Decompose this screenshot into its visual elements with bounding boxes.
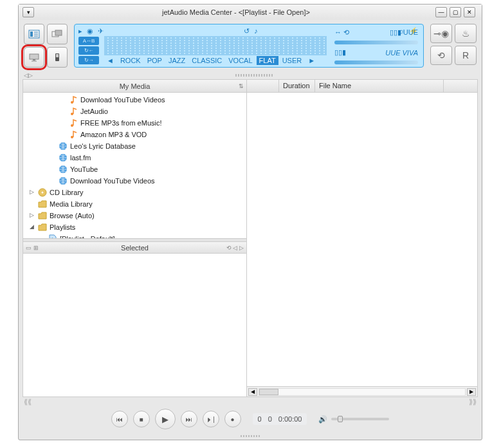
eq-preset[interactable]: ► xyxy=(305,56,318,65)
stop-button[interactable]: ■ xyxy=(133,411,150,427)
time-counter: 0 0 0:00:00 xyxy=(253,413,307,425)
tree-item-label: Media Library xyxy=(50,200,93,208)
right-pane: DurationFile Name ◀ ▶ xyxy=(247,80,477,397)
tree-item[interactable]: ◢Playlists xyxy=(23,221,246,233)
tree-item[interactable]: [Playlist - Default] xyxy=(23,233,246,238)
slider2-label: UUE VIVA xyxy=(385,49,418,57)
tree-item-label: Leo's Lyric Database xyxy=(70,142,136,150)
tree-item[interactable]: FREE MP3s from eMusic! xyxy=(23,117,246,129)
slider1-icons: ↔ ⟲ xyxy=(334,28,349,37)
track-index: 0 xyxy=(258,415,262,423)
sort-arrows-icon[interactable]: ⇅ xyxy=(239,83,244,89)
prev-button[interactable]: ⏮ xyxy=(111,411,128,427)
action-button-grid: ⊸◉ ♨ ⟲ R xyxy=(430,24,477,68)
eq-preset[interactable]: ROCK xyxy=(118,56,143,65)
slider2-track[interactable] xyxy=(334,61,418,64)
slider2-icons: ▯▯▮ xyxy=(334,48,346,57)
my-media-header[interactable]: My Media ⇅ xyxy=(23,80,246,93)
eq-preset[interactable]: POP xyxy=(145,56,165,65)
eq-preset[interactable]: USER xyxy=(280,56,305,65)
svg-rect-7 xyxy=(30,54,39,59)
menu-button[interactable]: ▾ xyxy=(23,7,34,17)
playlist-body[interactable] xyxy=(247,93,477,386)
drag-handle-row[interactable]: ◁▷ xyxy=(19,71,482,79)
tree-item-label: FREE MP3s from eMusic! xyxy=(80,119,162,127)
column-header[interactable]: File Name xyxy=(315,80,444,92)
action-btn-3[interactable]: ⟲ xyxy=(430,46,452,65)
selected-header: ▭ ⊞ Selected ⟲ ◁ ▷ xyxy=(23,242,246,254)
volume-control: 🔊 xyxy=(318,415,389,424)
column-header[interactable] xyxy=(247,80,279,92)
media-tree[interactable]: Download YouTube VideosJetAudioFREE MP3s… xyxy=(23,93,246,238)
eq-preset[interactable]: VOCAL xyxy=(226,56,255,65)
display-icons-left: ▸ ◉ ✈ xyxy=(78,27,105,35)
nav-icons[interactable]: ⟲ ◁ ▷ xyxy=(226,245,244,251)
slider1-track[interactable] xyxy=(334,41,418,44)
time-display: 0:00:00 xyxy=(278,415,302,423)
expand-toggle xyxy=(28,201,35,208)
toolbar: ▸ ◉ ✈ ↺ ♪ ☼ ⚡ A↔B ↻← ↻→ ◄ROCKPOPJAZZCLAS… xyxy=(19,20,482,71)
tree-item[interactable]: Download YouTube Videos xyxy=(23,175,246,187)
repeat-back-button[interactable]: ↻← xyxy=(78,46,99,55)
eq-preset[interactable]: ◄ xyxy=(104,56,116,65)
scroll-left-button[interactable]: ◀ xyxy=(248,388,257,396)
player-bar: ⏮ ■ ▶ ⏭ ⏵| ● 0 0 0:00:00 🔊 xyxy=(19,406,482,432)
ab-repeat-button[interactable]: A↔B xyxy=(78,37,99,45)
tree-item[interactable]: Amazon MP3 & VOD xyxy=(23,129,246,140)
volume-slider[interactable] xyxy=(331,418,389,420)
tree-item[interactable]: Media Library xyxy=(23,198,246,210)
next-button[interactable]: ⏭ xyxy=(181,411,197,427)
content-area: My Media ⇅ Download YouTube VideosJetAud… xyxy=(23,79,478,397)
close-button[interactable]: ✕ xyxy=(464,7,475,17)
tree-item-label: Download YouTube Videos xyxy=(70,177,155,185)
eq-preset[interactable]: FLAT xyxy=(257,56,278,65)
tree-item[interactable]: ▷CD Library xyxy=(23,187,246,198)
selected-body xyxy=(23,254,246,397)
repeat-fwd-button[interactable]: ↻→ xyxy=(78,56,99,64)
volume-icon[interactable]: 🔊 xyxy=(318,415,327,424)
tree-item[interactable]: last.fm xyxy=(23,152,246,163)
play-button[interactable]: ▶ xyxy=(155,409,176,429)
svg-point-21 xyxy=(42,192,44,194)
expand-toggle[interactable]: ▷ xyxy=(28,189,35,196)
minimize-button[interactable]: — xyxy=(435,7,447,17)
column-header[interactable]: Duration xyxy=(279,80,315,92)
tree-item[interactable]: Leo's Lyric Database xyxy=(23,140,246,152)
resize-grip[interactable] xyxy=(19,432,482,440)
slider1-label: ▯▯▮ UUE xyxy=(390,28,418,37)
column-headers: DurationFile Name xyxy=(247,80,477,93)
spectrum-display xyxy=(104,36,327,55)
mode-screen-button[interactable] xyxy=(24,47,44,68)
folder-icon xyxy=(38,211,47,220)
action-btn-1[interactable]: ⊸◉ xyxy=(430,24,452,43)
eq-preset[interactable]: CLASSIC xyxy=(189,56,224,65)
globe-icon xyxy=(59,165,68,174)
expand-toggle[interactable]: ▷ xyxy=(28,212,35,219)
mode-dual-button[interactable] xyxy=(47,24,68,44)
globe-icon xyxy=(59,176,68,185)
svg-rect-1 xyxy=(30,32,33,37)
action-btn-4[interactable]: R xyxy=(455,46,477,65)
tree-item[interactable]: JetAudio xyxy=(23,106,246,117)
tree-item[interactable]: ▷Browse (Auto) xyxy=(23,210,246,221)
maximize-button[interactable]: ▢ xyxy=(450,7,461,17)
last-button[interactable]: ⏵| xyxy=(203,411,219,427)
mode-device-button[interactable] xyxy=(47,47,68,68)
window-title: jetAudio Media Center - <[Playlist - Fil… xyxy=(37,8,435,16)
expand-toggle[interactable]: ◢ xyxy=(28,224,35,231)
view-icons[interactable]: ▭ ⊞ xyxy=(26,245,39,251)
eq-preset[interactable]: JAZZ xyxy=(166,56,188,65)
globe-icon xyxy=(59,142,68,151)
horizontal-scrollbar[interactable]: ◀ ▶ xyxy=(247,386,477,397)
scroll-thumb[interactable] xyxy=(259,389,278,395)
track-total: 0 xyxy=(268,415,272,423)
tree-item[interactable]: Download YouTube Videos xyxy=(23,94,246,106)
action-btn-2[interactable]: ♨ xyxy=(455,24,477,43)
scroll-right-button[interactable]: ▶ xyxy=(467,388,476,396)
tree-item[interactable]: YouTube xyxy=(23,163,246,175)
expand-toggle xyxy=(59,120,66,127)
expand-toggle xyxy=(49,154,56,162)
mode-list-button[interactable] xyxy=(24,24,44,44)
note-icon xyxy=(69,95,78,104)
record-button[interactable]: ● xyxy=(224,411,241,427)
